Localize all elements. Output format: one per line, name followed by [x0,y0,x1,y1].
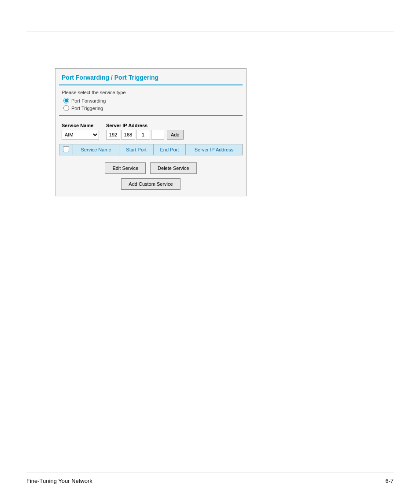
service-input-row: Service Name AIM Server IP Address Add [55,119,246,144]
col-service-name: Service Name [73,144,119,155]
port-triggering-radio[interactable] [63,105,69,111]
service-table-section: Service Name Start Port End Port Server … [55,144,246,160]
action-buttons-row: Edit Service Delete Service [55,160,246,178]
port-forwarding-label: Port Forwarding [71,98,106,103]
radio-group: Port Forwarding Port Triggering [63,98,240,111]
server-ip-label: Server IP Address [106,123,184,128]
table-header-row: Service Name Start Port End Port Server … [59,144,243,155]
panel-divider [59,85,243,85]
ip-octet-1[interactable] [106,130,120,140]
add-custom-service-button[interactable]: Add Custom Service [121,178,180,190]
edit-service-button[interactable]: Edit Service [105,162,146,174]
bottom-divider [26,472,394,472]
footer-left-text: Fine-Tuning Your Network [26,478,92,484]
port-forwarding-radio[interactable] [63,98,69,103]
panel-title: Port Forwarding / Port Triggering [55,69,246,85]
main-panel: Port Forwarding / Port Triggering Please… [55,68,247,196]
select-all-checkbox[interactable] [63,146,69,152]
ip-input-group: Add [106,130,184,140]
service-name-label: Service Name [62,123,99,128]
custom-service-row: Add Custom Service [55,178,246,196]
port-triggering-option[interactable]: Port Triggering [63,105,240,111]
ip-octet-3[interactable] [136,130,150,140]
ip-octet-2[interactable] [121,130,135,140]
server-ip-col: Server IP Address Add [106,123,184,140]
col-server-ip: Server IP Address [186,144,243,155]
section-divider [59,115,243,116]
col-checkbox [59,144,73,155]
service-table: Service Name Start Port End Port Server … [59,144,243,155]
top-divider [26,32,394,32]
add-button[interactable]: Add [167,130,184,140]
service-type-section: Please select the service type Port Forw… [55,90,246,115]
port-triggering-label: Port Triggering [71,106,103,111]
footer-right-text: 6-7 [385,478,394,484]
delete-service-button[interactable]: Delete Service [150,162,197,174]
service-type-label: Please select the service type [62,90,240,95]
service-name-select[interactable]: AIM [62,130,99,140]
service-name-col: Service Name AIM [62,123,99,140]
ip-octet-4[interactable] [151,130,164,140]
col-end-port: End Port [153,144,185,155]
port-forwarding-option[interactable]: Port Forwarding [63,98,240,103]
col-start-port: Start Port [119,144,154,155]
